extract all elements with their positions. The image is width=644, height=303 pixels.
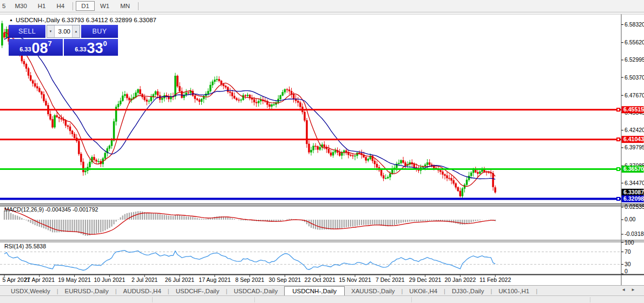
timeframe-m30-button[interactable]: M30 [9,1,32,11]
tab-scroll-left-icon[interactable]: ◄ [621,287,631,292]
buy-price-display[interactable]: 6.33 33 0 [64,39,118,56]
volume-decrease-button[interactable]: ▼ [47,25,55,37]
sell-price-prefix: 6.33 [19,46,31,52]
buy-price-prefix: 6.33 [75,46,86,52]
chart-tab-bar: USDX,Weekly|EURUSD-,Daily|AUDUSD-,H4|USD… [0,285,644,296]
tab-usdchf-daily[interactable]: USDCHF-,Daily [169,287,226,295]
timeframe-m5-button[interactable]: 5 [0,1,9,11]
tab-uk100-h1[interactable]: UK100-,H1 [492,287,536,295]
tab-usdcad-daily[interactable]: USDCAD-,Daily [227,287,284,295]
tab-strip: USDX,Weekly|EURUSD-,Daily|AUDUSD-,H4|USD… [0,286,537,296]
tab-audusd-h4[interactable]: AUDUSD-,H4 [117,287,168,295]
timeframe-mn-button[interactable]: MN [115,1,135,11]
tab-usdcnh-daily[interactable]: USDCNH-,Daily [284,286,345,295]
timeframe-h1-button[interactable]: H1 [32,1,51,11]
tab-scroll-arrows: ◄► [621,287,641,292]
mt4-window: 6.583206.556206.529956.503706.476706.450… [0,0,644,303]
symbol-ohlc-text: USDCNH-,Daily 6.33793 6.34112 6.32899 6.… [16,17,156,23]
one-click-trading-panel: SELL ▼ ▲ BUY 6.33 08 7 6.33 33 0 [9,25,118,56]
collapse-arrow-icon[interactable]: ▲ [9,18,13,22]
chart-symbol-header: ▲USDCNH-,Daily 6.33793 6.34112 6.32899 6… [9,17,156,23]
macd-panel: MACD(12,26,9) -0.004345 -0.0017920.02535… [4,203,644,237]
volume-spinner: ▼ ▲ [47,25,80,38]
timeframe-d1-button[interactable]: D1 [76,1,95,11]
svg-text:RSI(14) 35.5838: RSI(14) 35.5838 [4,243,46,249]
timeframe-w1-button[interactable]: W1 [95,1,115,11]
status-bar [0,295,644,303]
tab-scroll-right-icon[interactable]: ► [631,287,641,292]
status-separator [254,297,255,302]
toolbar-separator [73,2,73,10]
buy-button[interactable]: BUY [81,25,118,38]
status-separator [152,297,153,302]
timeframe-toolbar: 5 M30 H1 H4 D1 W1 MN [0,0,644,12]
tab-separator: | [536,288,537,294]
time-axis[interactable] [0,275,621,285]
toolbar-separator [138,2,139,10]
tab-dj30-daily[interactable]: DJ30-,Daily [445,287,490,295]
sell-price-main: 08 [32,42,48,54]
price-axis[interactable] [621,14,644,285]
status-separator [411,297,412,302]
tab-ukoil-h4[interactable]: UKOil-,H4 [403,287,444,295]
timeframe-h4-button[interactable]: H4 [51,1,70,11]
tab-eurusd-daily[interactable]: EURUSD-,Daily [58,287,115,295]
svg-text:MACD(12,26,9) -0.004345 -0.001: MACD(12,26,9) -0.004345 -0.001792 [4,206,98,213]
status-separator [590,297,590,302]
buy-price-pip: 0 [103,39,107,48]
sell-button[interactable]: SELL [9,25,45,38]
tab-xauusd-daily[interactable]: XAUUSD-,Daily [345,287,402,295]
buy-price-main: 33 [87,42,103,54]
rsi-panel: RSI(14) 35.583810070300 [0,239,634,274]
tab-usdx-weekly[interactable]: USDX,Weekly [4,287,57,295]
volume-input[interactable] [55,25,72,37]
volume-increase-button[interactable]: ▲ [72,25,80,37]
sell-price-pip: 7 [48,39,52,48]
sell-price-display[interactable]: 6.33 08 7 [9,39,63,56]
